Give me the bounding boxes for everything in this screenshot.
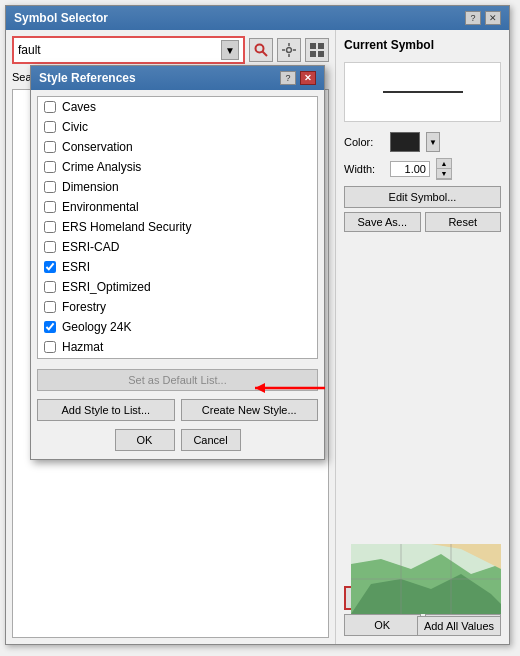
- map-svg: [351, 544, 501, 614]
- color-row: Color: ▼: [344, 132, 501, 152]
- current-symbol-preview: [344, 62, 501, 122]
- width-row: Width: ▲ ▼: [344, 158, 501, 180]
- style-item-label: Caves: [62, 100, 96, 114]
- width-label: Width:: [344, 163, 384, 175]
- style-bottom-buttons: Add Style to List... Create New Style...: [37, 399, 318, 421]
- preview-line: [383, 91, 463, 93]
- search-dropdown-arrow[interactable]: ▼: [221, 40, 239, 60]
- svg-rect-7: [310, 43, 316, 49]
- title-controls: ? ✕: [465, 11, 501, 25]
- style-list-item[interactable]: IGL: [38, 357, 317, 359]
- style-list-item[interactable]: Geology 24K: [38, 317, 317, 337]
- style-checkbox-dimension[interactable]: [44, 181, 56, 193]
- create-new-button[interactable]: Create New Style...: [181, 399, 319, 421]
- style-item-label: Dimension: [62, 180, 119, 194]
- style-item-label: Hazmat: [62, 340, 103, 354]
- search-input-wrapper: ▼: [12, 36, 245, 64]
- style-item-label: Crime Analysis: [62, 160, 141, 174]
- style-list-item[interactable]: ERS Homeland Security: [38, 217, 317, 237]
- svg-rect-9: [310, 51, 316, 57]
- style-item-label: ESRI-CAD: [62, 240, 119, 254]
- style-ok-button[interactable]: OK: [115, 429, 175, 451]
- style-checkbox-esri-cad[interactable]: [44, 241, 56, 253]
- style-list-item[interactable]: Dimension: [38, 177, 317, 197]
- search-icon-btn[interactable]: [249, 38, 273, 62]
- settings-icon-btn[interactable]: [277, 38, 301, 62]
- style-list-item[interactable]: ESRI_Optimized: [38, 277, 317, 297]
- style-dialog-controls: ? ✕: [280, 71, 316, 85]
- style-list-item[interactable]: Conservation: [38, 137, 317, 157]
- style-checkbox-esri_optimized[interactable]: [44, 281, 56, 293]
- title-bar: Symbol Selector ? ✕: [6, 6, 509, 30]
- svg-rect-10: [318, 51, 324, 57]
- add-style-button[interactable]: Add Style to List...: [37, 399, 175, 421]
- svg-line-1: [263, 52, 268, 57]
- style-dialog-titlebar: Style References ? ✕: [31, 66, 324, 90]
- style-list-item[interactable]: Forestry: [38, 297, 317, 317]
- help-button[interactable]: ?: [465, 11, 481, 25]
- svg-point-0: [256, 45, 264, 53]
- style-list-item[interactable]: Crime Analysis: [38, 157, 317, 177]
- style-item-label: ERS Homeland Security: [62, 220, 191, 234]
- style-item-label: Conservation: [62, 140, 133, 154]
- right-panel: Current Symbol Color: ▼ Width: ▲ ▼ Edit …: [336, 30, 509, 644]
- add-all-values-button[interactable]: Add All Values: [417, 616, 501, 636]
- current-symbol-title: Current Symbol: [344, 38, 501, 52]
- style-item-label: Geology 24K: [62, 320, 131, 334]
- search-icon: [254, 43, 268, 57]
- style-list[interactable]: CavesCivicConservationCrime AnalysisDime…: [37, 96, 318, 359]
- style-item-label: Forestry: [62, 300, 106, 314]
- color-box[interactable]: [390, 132, 420, 152]
- grid-icon: [310, 43, 324, 57]
- main-ok-button[interactable]: OK: [344, 614, 421, 636]
- style-close-button[interactable]: ✕: [300, 71, 316, 85]
- svg-point-2: [287, 48, 292, 53]
- style-ok-cancel: OK Cancel: [37, 429, 318, 451]
- style-list-item[interactable]: Caves: [38, 97, 317, 117]
- reset-button[interactable]: Reset: [425, 212, 502, 232]
- window-title: Symbol Selector: [14, 11, 108, 25]
- color-dropdown[interactable]: ▼: [426, 132, 440, 152]
- width-spinner: ▲ ▼: [436, 158, 452, 180]
- style-checkbox-conservation[interactable]: [44, 141, 56, 153]
- style-list-item[interactable]: Hazmat: [38, 337, 317, 357]
- style-checkbox-geology-24k[interactable]: [44, 321, 56, 333]
- style-item-label: ESRI_Optimized: [62, 280, 151, 294]
- search-input[interactable]: [18, 43, 221, 57]
- settings-icon: [282, 43, 296, 57]
- style-checkbox-esri[interactable]: [44, 261, 56, 273]
- style-checkbox-caves[interactable]: [44, 101, 56, 113]
- style-list-item[interactable]: ESRI: [38, 257, 317, 277]
- style-list-item[interactable]: ESRI-CAD: [38, 237, 317, 257]
- style-list-item[interactable]: Environmental: [38, 197, 317, 217]
- style-help-button[interactable]: ?: [280, 71, 296, 85]
- style-checkbox-ers-homeland-security[interactable]: [44, 221, 56, 233]
- width-up-btn[interactable]: ▲: [437, 159, 451, 169]
- color-label: Color:: [344, 136, 384, 148]
- map-area: [351, 544, 501, 614]
- style-checkbox-crime-analysis[interactable]: [44, 161, 56, 173]
- edit-symbol-button[interactable]: Edit Symbol...: [344, 186, 501, 208]
- style-checkbox-civic[interactable]: [44, 121, 56, 133]
- save-as-button[interactable]: Save As...: [344, 212, 421, 232]
- style-dialog-title: Style References: [39, 71, 136, 85]
- set-default-button: Set as Default List...: [37, 369, 318, 391]
- style-references-dialog: Style References ? ✕ CavesCivicConservat…: [30, 65, 325, 460]
- style-checkbox-environmental[interactable]: [44, 201, 56, 213]
- style-item-label: Civic: [62, 120, 88, 134]
- svg-rect-8: [318, 43, 324, 49]
- style-cancel-button[interactable]: Cancel: [181, 429, 241, 451]
- style-item-label: Environmental: [62, 200, 139, 214]
- style-checkbox-hazmat[interactable]: [44, 341, 56, 353]
- style-item-label: ESRI: [62, 260, 90, 274]
- save-reset-row: Save As... Reset: [344, 212, 501, 232]
- grid-icon-btn[interactable]: [305, 38, 329, 62]
- width-input[interactable]: [390, 161, 430, 177]
- close-button[interactable]: ✕: [485, 11, 501, 25]
- style-checkbox-forestry[interactable]: [44, 301, 56, 313]
- width-down-btn[interactable]: ▼: [437, 169, 451, 179]
- search-row: ▼: [12, 36, 329, 64]
- style-list-item[interactable]: Civic: [38, 117, 317, 137]
